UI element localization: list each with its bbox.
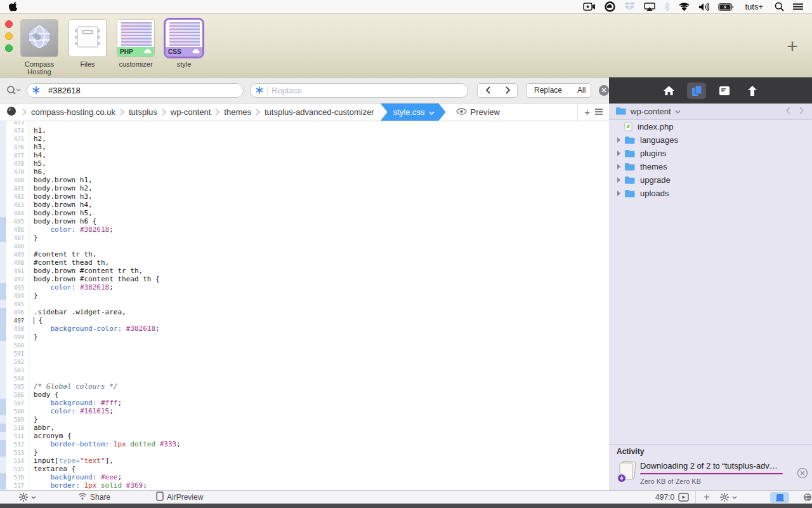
code-line[interactable]: 508 color: #161615; [0, 407, 609, 415]
search-input[interactable] [48, 86, 238, 95]
breadcrumb-item[interactable]: wp-content [157, 107, 211, 117]
code-line[interactable]: 514input[type="text"], [0, 457, 609, 465]
run-preview-icon[interactable] [678, 493, 689, 502]
code-line[interactable]: 473 [0, 121, 609, 126]
apple-menu-icon[interactable] [9, 2, 17, 11]
files-browser-icon[interactable] [687, 83, 706, 99]
find-field[interactable] [27, 83, 244, 98]
minimize-window-button[interactable] [5, 32, 13, 40]
disclosure-triangle-icon[interactable] [617, 177, 624, 183]
code-line[interactable]: 503 [0, 366, 609, 374]
code-line[interactable]: 498 background-color: #382618; [0, 324, 609, 333]
menu-item[interactable] [105, 0, 117, 14]
search-options-icon[interactable] [6, 85, 22, 95]
file-list-item[interactable]: themes [609, 160, 812, 173]
replace-all-button[interactable]: All [570, 84, 591, 97]
home-icon[interactable] [659, 83, 678, 99]
code-line[interactable]: 507 background: #fff; [0, 399, 609, 407]
code-line[interactable]: 482body.brown h3, [0, 192, 609, 201]
code-line[interactable]: 495 [0, 300, 609, 308]
disclosure-triangle-icon[interactable] [617, 190, 624, 196]
add-file-button[interactable]: + [704, 493, 710, 502]
file-list-item[interactable]: upgrade [609, 173, 812, 187]
code-line[interactable]: 499} [0, 333, 609, 341]
code-line[interactable]: 512 border-bottom: 1px dotted #333; [0, 440, 609, 448]
breadcrumb-item[interactable]: compass-hosting.co.uk [18, 107, 115, 117]
code-line[interactable]: 477h4, [0, 151, 609, 159]
code-line[interactable]: 489#content tr th, [0, 250, 609, 258]
menu-item[interactable] [92, 0, 105, 14]
code-line[interactable]: 509} [0, 415, 609, 424]
code-line[interactable]: 493 color: #382618; [0, 283, 609, 291]
forward-icon[interactable] [799, 107, 804, 116]
preview-toggle[interactable]: Preview [456, 107, 500, 117]
breadcrumb-item[interactable]: themes [211, 107, 251, 117]
sidebar-settings-gear-icon[interactable] [720, 493, 737, 502]
code-line[interactable]: 513} [0, 448, 609, 457]
disclosure-triangle-icon[interactable] [617, 150, 624, 156]
file-list-item[interactable]: index.php [609, 120, 812, 133]
find-next-button[interactable] [498, 84, 518, 97]
document-outline-icon[interactable] [715, 83, 734, 99]
file-list-item[interactable]: plugins [609, 147, 812, 160]
disclosure-triangle-icon[interactable] [617, 137, 624, 143]
status-item[interactable] [622, 0, 638, 14]
disclosure-triangle-icon[interactable] [617, 164, 624, 170]
code-line[interactable]: 505/* Global colours */ [0, 382, 609, 391]
publish-upload-icon[interactable] [743, 83, 762, 99]
code-line[interactable]: 517 border: 1px solid #369; [0, 481, 609, 490]
status-item[interactable] [602, 0, 618, 14]
status-item[interactable] [662, 0, 672, 14]
replace-input[interactable] [272, 86, 462, 95]
close-window-button[interactable] [5, 20, 13, 28]
code-line[interactable]: 502 [0, 358, 609, 366]
file-list-item[interactable]: languages [609, 133, 812, 147]
code-line[interactable]: 484body.brown h5, [0, 209, 609, 217]
code-line[interactable]: 494} [0, 291, 609, 300]
code-line[interactable]: 483body.brown h4, [0, 201, 609, 209]
back-icon[interactable] [785, 107, 790, 116]
code-line[interactable]: 478h5, [0, 159, 609, 168]
menu-item[interactable] [54, 0, 67, 14]
find-previous-button[interactable] [478, 84, 498, 97]
replace-button[interactable]: Replace [527, 84, 570, 97]
new-tab-button[interactable]: + [784, 39, 801, 56]
list-menu-icon[interactable] [595, 107, 603, 117]
status-item[interactable]: tuts+ [740, 0, 768, 14]
code-line[interactable]: 491body.brown #content tr th, [0, 267, 609, 275]
menu-item[interactable] [117, 0, 130, 14]
cursor-position-indicator[interactable]: 497:0 [655, 493, 674, 502]
site-root-icon[interactable] [6, 106, 16, 118]
code-line[interactable]: 516 background: #eee; [0, 473, 609, 481]
code-line[interactable]: 511acronym { [0, 432, 609, 440]
status-item[interactable] [790, 0, 806, 14]
code-line[interactable]: 492body.brown #content thead th { [0, 275, 609, 283]
airpreview-button[interactable]: AirPreview [156, 491, 203, 503]
code-line[interactable]: 474h1, [0, 126, 609, 135]
menu-item[interactable] [79, 0, 92, 14]
code-line[interactable]: 475h2, [0, 135, 609, 143]
status-item[interactable] [641, 0, 658, 14]
status-item[interactable] [716, 0, 736, 14]
code-line[interactable]: 480body.brown h1, [0, 176, 609, 184]
sidebar-folder-header[interactable]: wp-content [609, 104, 812, 120]
code-line[interactable]: 515textarea { [0, 465, 609, 473]
status-item[interactable] [696, 0, 712, 14]
status-item[interactable] [676, 0, 692, 14]
breadcrumb-item[interactable]: tutsplus [115, 107, 157, 117]
close-find-bar-button[interactable] [599, 85, 609, 96]
code-line[interactable]: 501 [0, 349, 609, 358]
breadcrumb-item[interactable]: tutsplus-advanced-customizer [251, 107, 374, 117]
code-line[interactable]: 481body.brown h2, [0, 184, 609, 192]
code-line[interactable]: 487} [0, 234, 609, 242]
status-item[interactable] [580, 0, 598, 14]
code-line[interactable]: 504 [0, 374, 609, 382]
add-split-icon[interactable]: + [584, 107, 590, 117]
remote-files-globe-icon[interactable] [803, 493, 812, 502]
file-list-item[interactable]: uploads [609, 187, 812, 200]
editor-settings-gear-icon[interactable] [19, 493, 36, 502]
chevron-down-icon[interactable] [675, 110, 681, 114]
code-line[interactable]: 497 { [0, 316, 609, 324]
code-line[interactable]: 476h3, [0, 143, 609, 151]
code-line[interactable]: 490#content thead th, [0, 258, 609, 267]
